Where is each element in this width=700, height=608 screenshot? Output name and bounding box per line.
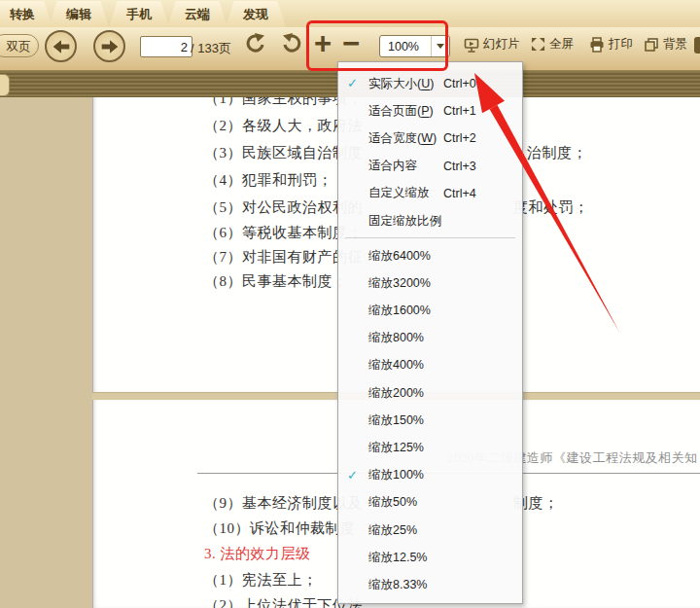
zoom-in-button[interactable]: +	[314, 28, 332, 58]
zoom-menu-item[interactable]: 缩放12.5%	[338, 544, 522, 571]
zoom-menu-item[interactable]: 适合内容Ctrl+3	[338, 153, 522, 180]
ribbon-tab[interactable]: 云端	[167, 1, 228, 27]
checkmark-icon: ✓	[347, 76, 358, 90]
dropdown-arrow-area[interactable]	[431, 36, 449, 56]
zoom-menu-item-label: 缩放50%	[368, 494, 417, 511]
page-total-label: / 133页	[191, 40, 231, 57]
zoom-menu-item-label: 缩放800%	[368, 330, 424, 346]
document-text-line: 3. 法的效力层级	[204, 545, 311, 563]
zoom-menu-item-label: 缩放1600%	[368, 303, 431, 319]
document-text-line: （8）民事基本制度；	[204, 272, 348, 291]
zoom-menu-item-label: 缩放125%	[368, 440, 424, 456]
ribbon-tab[interactable]: 发现	[226, 1, 286, 27]
zoom-dropdown-menu: ✓实际大小(U)Ctrl+0适合页面(P)Ctrl+1适合宽度(W)Ctrl+2…	[337, 61, 523, 604]
background-button[interactable]: 背景	[644, 36, 687, 53]
zoom-menu-item-shortcut: Ctrl+1	[443, 104, 476, 118]
fullscreen-label: 全屏	[549, 36, 574, 53]
zoom-menu-item-label: 缩放400%	[368, 357, 424, 374]
arrow-left-icon	[52, 38, 71, 55]
zoom-menu-item[interactable]: 缩放200%	[338, 379, 522, 407]
zoom-menu-item[interactable]: 适合页面(P)Ctrl+1	[338, 97, 522, 125]
clipped-toolbar-icon[interactable]	[694, 37, 700, 54]
zoom-menu-item-label: 缩放12.5%	[368, 550, 427, 566]
ribbon-tab-bar: 转换编辑手机云端发现	[0, 0, 700, 28]
zoom-menu-item-label: 缩放100%	[368, 467, 424, 483]
slideshow-label: 幻灯片	[483, 36, 520, 53]
zoom-menu-item-label: 缩放6400%	[368, 248, 431, 265]
zoom-menu-item-shortcut: Ctrl+2	[443, 131, 476, 145]
zoom-menu-item[interactable]: 缩放800%	[338, 325, 522, 352]
document-text-line: （1）宪法至上；	[204, 571, 318, 590]
next-page-button[interactable]	[93, 30, 125, 62]
background-label: 背景	[663, 36, 687, 53]
zoom-menu-item[interactable]: 缩放25%	[338, 517, 522, 544]
rotate-right-button[interactable]	[279, 31, 304, 60]
zoom-menu-item[interactable]: 缩放150%	[338, 407, 522, 434]
menu-separator	[345, 237, 515, 238]
zoom-menu-item-shortcut: Ctrl+4	[443, 187, 476, 200]
zoom-menu-item-shortcut: Ctrl+0	[443, 77, 476, 90]
zoom-menu-item[interactable]: ✓实际大小(U)Ctrl+0	[338, 70, 522, 97]
zoom-level-dropdown[interactable]: 100%	[379, 35, 450, 57]
chevron-down-icon	[437, 44, 444, 49]
document-margin-background	[0, 97, 92, 608]
rotate-left-icon	[243, 31, 268, 56]
zoom-menu-item[interactable]: 缩放1600%	[338, 298, 522, 325]
zoom-menu-item-label: 自定义缩放	[368, 185, 430, 201]
panel-collapse-handle[interactable]	[0, 74, 10, 96]
zoom-menu-item[interactable]: 适合宽度(W)Ctrl+2	[338, 125, 522, 152]
ribbon-tab[interactable]: 编辑	[49, 1, 109, 27]
zoom-level-value: 100%	[380, 40, 431, 54]
zoom-menu-item[interactable]: 缩放8.33%	[338, 571, 522, 598]
print-button[interactable]: 打印	[589, 36, 633, 53]
rotate-right-icon	[279, 31, 304, 56]
rotate-left-button[interactable]	[243, 31, 268, 60]
zoom-menu-item-label: 缩放3200%	[368, 275, 431, 292]
arrow-right-icon	[100, 38, 120, 55]
document-text-line: （10）诉讼和仲裁制度	[204, 519, 356, 538]
document-text-line: （4）犯罪和刑罚；	[204, 171, 332, 190]
zoom-out-button[interactable]: −	[342, 28, 360, 58]
page-number-input[interactable]	[140, 36, 192, 57]
zoom-menu-item-label: 缩放8.33%	[368, 577, 427, 593]
ribbon-tab[interactable]: 手机	[109, 1, 169, 27]
ribbon-tab[interactable]: 转换	[0, 1, 52, 27]
zoom-menu-item-label: 缩放150%	[368, 412, 424, 429]
pdf-reader-window: 转换编辑手机云端发现 双页 / 133页 + − 100%	[0, 0, 700, 608]
zoom-menu-item[interactable]: 自定义缩放Ctrl+4	[338, 180, 522, 207]
zoom-menu-item-label: 实际大小(U)	[368, 76, 434, 92]
document-text-line: 度和处罚；	[513, 198, 589, 217]
slideshow-button[interactable]: 幻灯片	[464, 36, 520, 53]
zoom-menu-item-label: 固定缩放比例	[368, 213, 441, 230]
zoom-menu-item[interactable]: 固定缩放比例	[338, 207, 522, 234]
zoom-menu-item[interactable]: 缩放6400%	[338, 242, 522, 269]
slideshow-icon	[464, 37, 479, 53]
zoom-menu-item[interactable]: ✓缩放100%	[338, 462, 522, 489]
previous-page-button[interactable]	[45, 30, 77, 62]
background-icon	[644, 37, 659, 53]
zoom-menu-item-label: 适合内容	[368, 158, 417, 174]
zoom-menu-item-label: 适合页面(P)	[368, 103, 434, 120]
zoom-menu-item-label: 缩放200%	[368, 385, 424, 402]
document-text-line: 治制度；	[527, 144, 587, 162]
zoom-menu-item[interactable]: 缩放50%	[338, 489, 522, 517]
zoom-menu-item-label: 缩放25%	[368, 522, 417, 539]
print-label: 打印	[609, 36, 633, 53]
zoom-menu-item[interactable]: 缩放125%	[338, 434, 522, 461]
print-icon	[589, 37, 605, 53]
fullscreen-icon	[531, 37, 545, 52]
zoom-menu-item[interactable]: 缩放3200%	[338, 269, 522, 297]
two-page-view-button[interactable]: 双页	[0, 34, 39, 57]
zoom-menu-item-label: 适合宽度(W)	[368, 130, 437, 147]
fullscreen-button[interactable]: 全屏	[531, 36, 574, 53]
zoom-menu-item-shortcut: Ctrl+3	[443, 160, 476, 173]
zoom-menu-item[interactable]: 缩放400%	[338, 352, 522, 379]
checkmark-icon: ✓	[347, 468, 358, 483]
